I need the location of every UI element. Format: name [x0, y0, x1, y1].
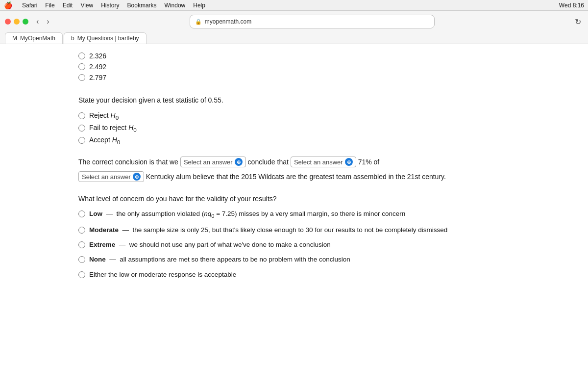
- radio-concern-moderate[interactable]: [78, 227, 85, 234]
- radio-2797[interactable]: [78, 74, 85, 81]
- menu-window[interactable]: Window: [165, 2, 186, 9]
- menu-help[interactable]: Help: [193, 2, 205, 9]
- menu-history[interactable]: History: [101, 2, 119, 9]
- conclusion-row-2: Select an answer ⊕ Kentucky alum believe…: [78, 171, 510, 182]
- decision-title: State your decision given a test statist…: [78, 95, 510, 105]
- select-arrow-1: ⊕: [235, 158, 243, 166]
- radio-fail-reject-h0[interactable]: [78, 125, 85, 131]
- radio-concern-none[interactable]: [78, 256, 85, 263]
- concern-moderate-text: Moderate — the sample size is only 25, b…: [89, 225, 447, 235]
- concern-low[interactable]: Low — the only assumption violated (nq0 …: [78, 209, 510, 220]
- conclusion-prefix: The correct conclusion is that we: [78, 158, 178, 166]
- concern-section: What level of concern do you have for th…: [78, 194, 510, 280]
- radio-concern-either[interactable]: [78, 271, 85, 278]
- tab-label-bartleby: My Questions | bartleby: [77, 35, 139, 42]
- reload-button[interactable]: ↻: [573, 16, 583, 27]
- conclusion-row-1: The correct conclusion is that we Select…: [78, 157, 510, 167]
- concern-extreme[interactable]: Extreme — we should not use any part of …: [78, 240, 510, 250]
- radio-concern-low[interactable]: [78, 210, 85, 217]
- radio-accept-h0[interactable]: [78, 137, 85, 144]
- concern-low-text: Low — the only assumption violated (nq0 …: [89, 209, 405, 220]
- address-bar[interactable]: 🔒 myopenmath.com: [190, 15, 435, 28]
- option-fail-reject-h0[interactable]: Fail to reject H0: [78, 124, 510, 133]
- browser-tabs: M MyOpenMath b My Questions | bartleby: [0, 32, 588, 44]
- menu-view[interactable]: View: [80, 2, 93, 9]
- select-answer-2[interactable]: Select an answer ⊕: [291, 157, 356, 167]
- conclusion-rest: Kentucky alum believe that the 2015 Wild…: [146, 173, 446, 181]
- page-content: 2.326 2.492 2.797 State your decision gi…: [59, 44, 529, 364]
- option-fail-reject-label: Fail to reject H0: [89, 124, 137, 133]
- concern-moderate-detail: the sample size is only 25, but that's l…: [133, 226, 448, 234]
- option-reject-label: Reject H0: [89, 111, 119, 121]
- browser-chrome: ‹ › 🔒 myopenmath.com ↻ M MyOpenMath b My…: [0, 11, 588, 44]
- menu-edit[interactable]: Edit: [63, 2, 73, 9]
- tab-myopenmath[interactable]: M MyOpenMath: [5, 32, 63, 44]
- option-accept-label: Accept H0: [89, 136, 120, 145]
- concern-either-text: Either the low or moderate response is a…: [89, 270, 236, 280]
- select-answer-3[interactable]: Select an answer ⊕: [78, 171, 144, 182]
- concern-none[interactable]: None — all assumptions are met so there …: [78, 255, 510, 264]
- select-answer-2-text: Select an answer: [294, 158, 343, 166]
- radio-reject-h0[interactable]: [78, 112, 85, 119]
- minimize-button[interactable]: [14, 19, 20, 25]
- option-reject-h0[interactable]: Reject H0: [78, 111, 510, 121]
- select-arrow-2: ⊕: [345, 158, 353, 166]
- mac-menubar: 🍎 Safari File Edit View History Bookmark…: [0, 0, 588, 11]
- url-text: myopenmath.com: [205, 18, 251, 25]
- concern-none-detail: all assumptions are met so there appears…: [120, 256, 350, 263]
- number-options-section: 2.326 2.492 2.797: [78, 52, 510, 81]
- concern-low-label: Low: [89, 210, 102, 217]
- lock-icon: 🔒: [195, 19, 202, 25]
- conclusion-section: The correct conclusion is that we Select…: [78, 157, 510, 182]
- option-2326-label: 2.326: [89, 52, 106, 60]
- close-button[interactable]: [5, 19, 11, 25]
- concern-extreme-text: Extreme — we should not use any part of …: [89, 240, 331, 250]
- select-answer-3-text: Select an answer: [82, 173, 131, 181]
- concern-title: What level of concern do you have for th…: [78, 194, 510, 204]
- maximize-button[interactable]: [23, 19, 28, 25]
- menu-safari[interactable]: Safari: [22, 2, 37, 9]
- tab-icon-bartleby: b: [71, 35, 74, 42]
- tab-label-myopenmath: MyOpenMath: [20, 35, 55, 42]
- concern-none-label: None: [89, 256, 106, 263]
- traffic-lights: [5, 19, 28, 25]
- select-answer-1-text: Select an answer: [184, 158, 233, 166]
- concern-extreme-detail: we should not use any part of what we've…: [129, 241, 331, 248]
- concern-low-detail: the only assumption violated (nq0 = 7.25…: [117, 210, 406, 217]
- forward-button[interactable]: ›: [45, 16, 51, 27]
- select-arrow-3: ⊕: [133, 173, 141, 181]
- option-accept-h0[interactable]: Accept H0: [78, 136, 510, 145]
- option-2797[interactable]: 2.797: [78, 74, 510, 81]
- back-button[interactable]: ‹: [34, 16, 41, 27]
- select-answer-1[interactable]: Select an answer ⊕: [180, 157, 246, 167]
- menu-bookmarks[interactable]: Bookmarks: [127, 2, 157, 9]
- radio-concern-extreme[interactable]: [78, 241, 85, 248]
- menu-file[interactable]: File: [45, 2, 54, 9]
- concern-none-text: None — all assumptions are met so there …: [89, 255, 350, 264]
- browser-toolbar: ‹ › 🔒 myopenmath.com ↻: [0, 11, 588, 32]
- concern-either[interactable]: Either the low or moderate response is a…: [78, 270, 510, 280]
- option-2797-label: 2.797: [89, 74, 106, 81]
- radio-2492[interactable]: [78, 63, 85, 70]
- concern-moderate-label: Moderate: [89, 226, 119, 234]
- concern-moderate[interactable]: Moderate — the sample size is only 25, b…: [78, 225, 510, 235]
- decision-section: State your decision given a test statist…: [78, 95, 510, 145]
- option-2492[interactable]: 2.492: [78, 63, 510, 71]
- concern-options: Low — the only assumption violated (nq0 …: [78, 209, 510, 280]
- option-2326[interactable]: 2.326: [78, 52, 510, 60]
- clock: Wed 8:16: [559, 2, 584, 9]
- decision-radio-group: Reject H0 Fail to reject H0 Accept H0: [78, 111, 510, 145]
- concern-extreme-label: Extreme: [89, 241, 115, 248]
- tab-icon-myopenmath: M: [12, 35, 17, 42]
- option-2492-label: 2.492: [89, 63, 106, 71]
- tab-bartleby[interactable]: b My Questions | bartleby: [64, 32, 147, 44]
- conclusion-middle: conclude that: [248, 158, 289, 166]
- conclusion-suffix: 71% of: [358, 158, 380, 166]
- radio-2326[interactable]: [78, 53, 85, 59]
- apple-menu[interactable]: 🍎: [4, 1, 12, 9]
